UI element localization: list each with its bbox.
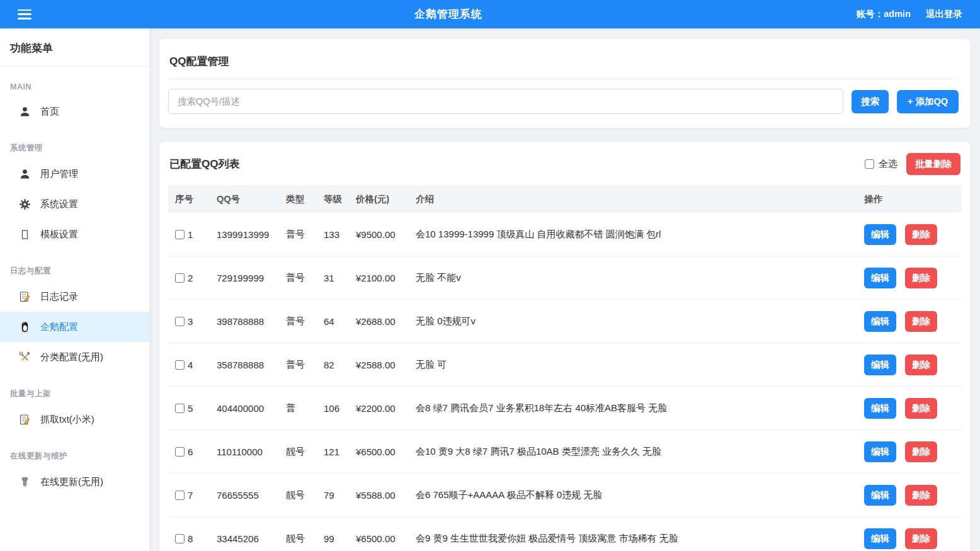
top-header: 企鹅管理系统 账号：admin 退出登录	[0, 0, 980, 28]
sidebar-section: 系统管理 用户管理 系统设置 模板设置	[0, 139, 149, 249]
hamburger-menu-icon[interactable]	[18, 9, 31, 20]
edit-button[interactable]: 编辑	[864, 485, 896, 506]
edit-button[interactable]: 编辑	[864, 441, 896, 462]
bolt-icon	[19, 476, 31, 488]
sidebar-section-label: 日志与配置	[0, 262, 149, 281]
edit-button[interactable]: 编辑	[864, 528, 896, 549]
row-index: 5	[188, 403, 193, 414]
main-content: QQ配置管理 搜索 + 添加QQ 已配置QQ列表 全选 批量删除 序号 QQ号 …	[149, 28, 980, 551]
col-header-no: 序号	[175, 193, 217, 205]
delete-button[interactable]: 删除	[905, 355, 937, 375]
table-row: 6 110110000 靓号 121 ¥6500.00 会10 黄9 大8 绿7…	[168, 430, 962, 474]
select-all-control[interactable]: 全选	[865, 158, 897, 170]
sidebar-item-penguin-config[interactable]: 企鹅配置	[0, 312, 149, 342]
sidebar-section: 在线更新与维护 在线更新(无用)	[0, 447, 149, 497]
row-checkbox[interactable]	[175, 273, 185, 283]
sidebar-section-label: MAIN	[0, 79, 149, 96]
sidebar-item-category-config[interactable]: 分类配置(无用)	[0, 342, 149, 372]
table-row: 8 33445206 靓号 99 ¥6500.00 会9 黄9 生生世世我爱你妞…	[168, 517, 962, 551]
delete-button[interactable]: 删除	[905, 528, 937, 549]
sidebar-sections: MAIN 首页 系统管理 用户管理 系统设置 模板设置 日志与配置 日志记录 企…	[0, 79, 149, 497]
qq-type: 普号	[286, 359, 324, 371]
qq-number: 1399913999	[217, 229, 286, 240]
qq-type: 普号	[286, 315, 324, 327]
row-checkbox[interactable]	[175, 534, 185, 543]
qq-price: ¥9500.00	[356, 229, 416, 240]
sidebar-item-online-update[interactable]: 在线更新(无用)	[0, 467, 149, 497]
edit-button[interactable]: 编辑	[864, 311, 896, 332]
qq-level: 99	[324, 533, 356, 544]
add-qq-button[interactable]: + 添加QQ	[897, 90, 959, 113]
table-row: 1 1399913999 普号 133 ¥9500.00 会10 13999-1…	[168, 213, 962, 256]
app-title: 企鹅管理系统	[414, 7, 482, 21]
row-checkbox[interactable]	[175, 317, 185, 326]
qq-type: 靓号	[286, 446, 324, 458]
sidebar-item-template-settings[interactable]: 模板设置	[0, 219, 149, 249]
sidebar-section-label: 在线更新与维护	[0, 447, 149, 467]
select-all-label: 全选	[879, 158, 897, 170]
row-checkbox[interactable]	[175, 404, 185, 413]
sidebar-item-log-records[interactable]: 日志记录	[0, 281, 149, 312]
table-row: 5 404400000 普 106 ¥2200.00 会8 绿7 腾讯会员7 业…	[168, 387, 962, 430]
sidebar-item-label: 抓取txt(小米)	[40, 414, 94, 426]
row-checkbox[interactable]	[175, 447, 185, 457]
qq-price: ¥2100.00	[356, 273, 416, 283]
sidebar-item-home[interactable]: 首页	[0, 96, 149, 127]
col-header-actions: 操作	[864, 193, 962, 205]
qq-description: 无脸 可	[416, 359, 864, 371]
edit-button[interactable]: 编辑	[864, 224, 896, 245]
table-row: 4 358788888 普号 82 ¥2588.00 无脸 可 编辑 删除	[168, 343, 962, 387]
sidebar-item-label: 系统设置	[40, 198, 78, 210]
edit-button[interactable]: 编辑	[864, 398, 896, 419]
memo-icon	[19, 291, 31, 303]
search-button[interactable]: 搜索	[852, 90, 889, 113]
edit-button[interactable]: 编辑	[864, 355, 896, 375]
row-index: 7	[188, 490, 193, 501]
delete-button[interactable]: 删除	[905, 398, 937, 419]
delete-button[interactable]: 删除	[905, 441, 937, 462]
table-row: 3 398788888 普号 64 ¥2688.00 无脸 0违规可v 编辑 删…	[168, 300, 962, 343]
qq-number: 110110000	[217, 446, 286, 457]
sidebar-item-user-manage[interactable]: 用户管理	[0, 159, 149, 189]
qq-level: 31	[324, 273, 356, 283]
qq-config-panel: QQ配置管理 搜索 + 添加QQ	[159, 39, 971, 128]
qq-number: 729199999	[217, 273, 286, 283]
edit-button[interactable]: 编辑	[864, 268, 896, 288]
qq-number: 398788888	[217, 316, 286, 327]
penguin-icon	[19, 321, 31, 333]
delete-button[interactable]: 删除	[905, 268, 937, 288]
row-checkbox[interactable]	[175, 360, 185, 370]
logout-link[interactable]: 退出登录	[926, 8, 962, 20]
sidebar-item-system-settings[interactable]: 系统设置	[0, 189, 149, 219]
qq-description: 会10 13999-13999 顶级真山 自用收藏都不错 圆润饱满 包rl	[416, 229, 864, 241]
delete-button[interactable]: 删除	[905, 311, 937, 332]
qq-price: ¥2200.00	[356, 403, 416, 414]
select-all-checkbox[interactable]	[865, 159, 874, 169]
row-index: 3	[188, 316, 193, 327]
sidebar-item-label: 在线更新(无用)	[40, 476, 103, 488]
row-index: 4	[188, 360, 193, 370]
row-checkbox[interactable]	[175, 491, 185, 500]
batch-delete-button[interactable]: 批量删除	[906, 153, 960, 175]
qq-type: 普号	[286, 229, 324, 241]
row-checkbox[interactable]	[175, 230, 185, 239]
qq-level: 121	[324, 446, 356, 457]
qq-description: 无脸 不能v	[416, 272, 864, 284]
qq-type: 普号	[286, 272, 324, 284]
col-header-price: 价格(元)	[356, 193, 416, 205]
qq-list-panel: 已配置QQ列表 全选 批量删除 序号 QQ号 类型 等级 价格(元) 介绍 操作	[159, 142, 971, 551]
qq-description: 会6 765顺子+AAAAA 极品不解释 0违规 无脸	[416, 489, 864, 501]
delete-button[interactable]: 删除	[905, 485, 937, 506]
qq-number: 404400000	[217, 403, 286, 414]
sidebar-item-grab-txt[interactable]: 抓取txt(小米)	[0, 404, 149, 435]
sidebar-item-label: 模板设置	[40, 229, 78, 241]
qq-config-panel-title: QQ配置管理	[168, 52, 959, 79]
person-icon	[19, 168, 31, 180]
row-index: 2	[188, 273, 193, 283]
col-header-desc: 介绍	[416, 193, 864, 205]
sidebar-section-label: 批量与上架	[0, 385, 149, 404]
sidebar-section: 批量与上架 抓取txt(小米)	[0, 385, 149, 435]
search-input[interactable]	[168, 89, 843, 114]
delete-button[interactable]: 删除	[905, 224, 937, 245]
table-row: 2 729199999 普号 31 ¥2100.00 无脸 不能v 编辑 删除	[168, 256, 962, 300]
